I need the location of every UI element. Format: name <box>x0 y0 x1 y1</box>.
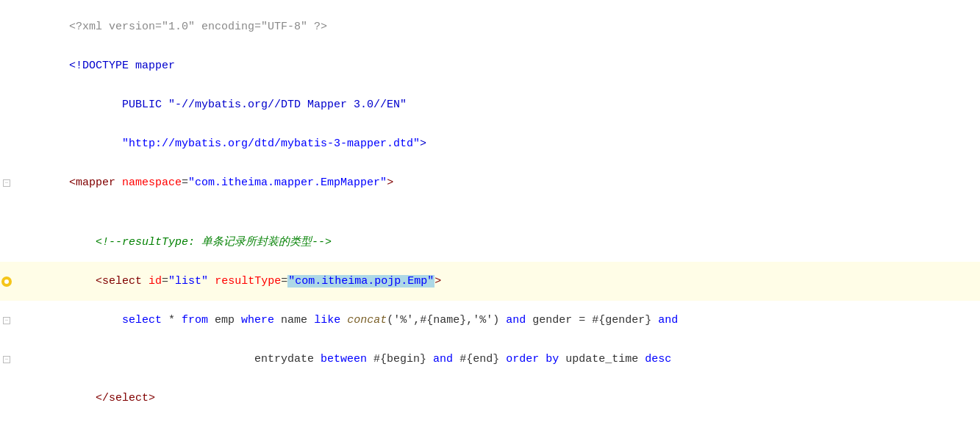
gutter-10: − <box>0 356 13 363</box>
sql-where-kw: where <box>241 314 274 326</box>
sql-and-kw1: and <box>506 314 526 326</box>
sql-text5: gender = #{gender} <box>526 314 658 326</box>
line-6 <box>0 202 980 221</box>
line-5: − <mapper namespace="com.itheima.mapper.… <box>0 163 980 202</box>
line-content-3: PUBLIC "-//mybatis.org//DTD Mapper 3.0//… <box>13 86 980 124</box>
sql-entrydate: entrydate <box>254 353 321 365</box>
sql-text4 <box>340 314 347 326</box>
mapper-namespace-attr: namespace <box>122 176 182 189</box>
sql-like-kw: like <box>314 314 340 326</box>
sql-text1: * <box>162 314 182 326</box>
line-content-5: <mapper namespace="com.itheima.mapper.Em… <box>13 164 980 201</box>
line-12 <box>0 418 980 437</box>
doctype-public-indent <box>69 99 122 111</box>
line-content-7: <!--resultType: 单条记录所封装的类型--> <box>13 222 980 261</box>
line-content-9: select * from emp where name like concat… <box>13 301 980 339</box>
line-content-1: <?xml version="1.0" encoding="UTF-8" ?> <box>13 8 980 46</box>
line-11: </select> <box>0 379 980 418</box>
select-resulttype-attr: resultType <box>215 275 281 288</box>
sql-desc-kw: desc <box>645 353 671 365</box>
eq3: = <box>281 275 287 288</box>
line-10: − entrydate between #{begin} and #{end} … <box>0 340 980 379</box>
line-3: PUBLIC "-//mybatis.org//DTD Mapper 3.0//… <box>0 85 980 124</box>
sql-text3: name <box>274 314 314 326</box>
sql-and-kw2: and <box>658 314 678 326</box>
space1 <box>115 176 122 189</box>
line-content-8: <select id="list" resultType="com.itheim… <box>13 263 980 300</box>
gutter-5: − <box>0 179 13 187</box>
line-1: <?xml version="1.0" encoding="UTF-8" ?> <box>0 7 980 46</box>
fold-icon-9[interactable]: − <box>3 317 10 324</box>
mapper-tag-close-bracket: > <box>387 176 393 189</box>
select-id-value: "list" <box>168 275 208 288</box>
fold-icon-5[interactable]: − <box>3 179 10 187</box>
doctype-public: PUBLIC "-//mybatis.org//DTD Mapper 3.0//… <box>122 99 407 111</box>
equals1: = <box>182 176 188 189</box>
code-editor: <?xml version="1.0" encoding="UTF-8" ?> … <box>0 0 980 439</box>
close-select-indent <box>69 392 96 404</box>
line-content-2: <!DOCTYPE mapper <box>13 47 980 85</box>
line-content-10: entrydate between #{begin} and #{end} or… <box>13 340 980 378</box>
line-content-11: </select> <box>13 379 980 417</box>
gutter-8 <box>0 276 13 287</box>
space3 <box>208 275 215 288</box>
line-2: <!DOCTYPE mapper <box>0 46 980 85</box>
space2 <box>142 275 149 288</box>
line-7: <!--resultType: 单条记录所封装的类型--> <box>0 221 980 262</box>
select-indent <box>69 275 96 288</box>
line-9: − select * from emp where name like conc… <box>0 301 980 340</box>
select-tag-bracket: > <box>434 275 441 288</box>
line-content-4: "http://mybatis.org/dtd/mybatis-3-mapper… <box>13 125 980 163</box>
eq2: = <box>162 275 168 288</box>
sql-select-kw: select <box>122 314 162 326</box>
line-content-6 <box>13 206 980 218</box>
sql-text6: #{begin} <box>367 353 433 365</box>
sql-concat-func: concat <box>347 314 387 326</box>
line-content-12 <box>13 421 980 434</box>
doctype-close: > <box>420 138 426 150</box>
comment-indent <box>69 236 96 249</box>
sql-line2-indent <box>69 353 254 365</box>
sql-and-kw3: and <box>433 353 453 365</box>
mapper-namespace-value: "com.itheima.mapper.EmpMapper" <box>188 176 387 189</box>
xml-declaration: <?xml version="1.0" encoding="UTF-8" ?> <box>69 21 327 33</box>
code-area: <?xml version="1.0" encoding="UTF-8" ?> … <box>0 0 980 439</box>
sql-text7: #{end} <box>453 353 506 365</box>
doctype-url-indent <box>69 138 122 150</box>
sql-between-kw: between <box>321 353 367 365</box>
line-4: "http://mybatis.org/dtd/mybatis-3-mapper… <box>0 124 980 163</box>
sql-from-kw: from <box>182 314 208 326</box>
select-id-attr: id <box>149 275 162 288</box>
select-resulttype-value: "com.itheima.pojp.Emp" <box>287 275 434 288</box>
mapper-tag-open: <mapper <box>69 176 115 189</box>
doctype-keyword: <!DOCTYPE mapper <box>69 60 175 72</box>
doctype-url: "http://mybatis.org/dtd/mybatis-3-mapper… <box>122 138 420 150</box>
sql-concat-args: ('%',#{name},'%') <box>387 314 506 326</box>
sql-text2: emp <box>208 314 241 326</box>
gutter-9: − <box>0 317 13 324</box>
sql-indent <box>69 314 122 326</box>
result-type-comment: <!--resultType: 单条记录所封装的类型--> <box>96 236 332 249</box>
sql-text8: update_time <box>559 353 645 365</box>
line-8: <select id="list" resultType="com.itheim… <box>0 262 980 301</box>
select-tag-open: <select <box>96 275 142 288</box>
fold-icon-10[interactable]: − <box>3 356 10 363</box>
bulb-icon-8[interactable] <box>1 276 12 287</box>
close-select-tag: </select> <box>96 392 155 404</box>
sql-orderby-kw: order by <box>506 353 559 365</box>
